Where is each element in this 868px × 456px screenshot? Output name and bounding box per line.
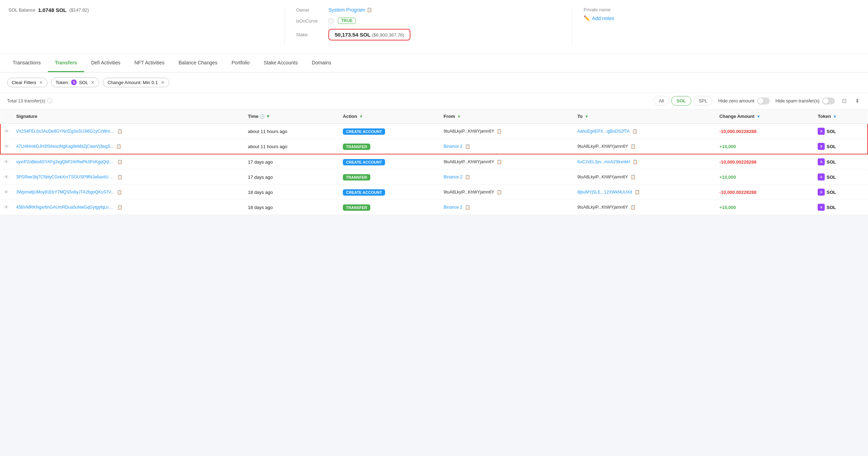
eye-icon[interactable]: 👁 (4, 204, 9, 210)
tab-domains[interactable]: Domains (305, 54, 338, 72)
eye-icon[interactable]: 👁 (4, 189, 9, 195)
token-col-filter-icon[interactable]: ▼ (833, 114, 837, 119)
sig-copy-icon[interactable]: 📋 (117, 159, 122, 164)
to-copy-icon[interactable]: 📋 (630, 144, 636, 149)
cell-time: 17 days ago (244, 154, 339, 170)
signature-link[interactable]: 3PGRee3bj7C5btyCGxkXrvTSGUSP9fNJa6aviiUG… (16, 175, 115, 179)
time-value: 17 days ago (248, 159, 273, 165)
signature-link[interactable]: Vx2S4FEL6x3AuDe8GYNcfZg3uSU3i6G1yCzWm5d.… (16, 129, 115, 134)
from-copy-icon[interactable]: 📋 (497, 159, 502, 164)
change-amount-x[interactable]: ✕ (161, 80, 165, 85)
all-btn[interactable]: All (654, 96, 669, 106)
tab-stake[interactable]: Stake Accounts (257, 54, 305, 72)
to-filter-icon[interactable]: ▼ (585, 114, 589, 119)
to-address: 9tuA8LkyiP...KhWYjamn6Y (577, 205, 628, 210)
cell-action: TRANSFER (339, 139, 440, 154)
from-copy-icon[interactable]: 📋 (465, 175, 470, 179)
to-address[interactable]: 8jbuMYjSLE...12XWkNUUXd (577, 190, 632, 195)
to-copy-icon[interactable]: 📋 (632, 129, 637, 134)
th-action[interactable]: Action ▼ (339, 109, 440, 124)
sig-copy-icon[interactable]: 📋 (116, 144, 121, 149)
change-amount-filter-icon[interactable]: ▼ (757, 114, 761, 119)
cell-token: S SOL (814, 124, 868, 139)
download-icon-btn[interactable]: ⬇ (854, 96, 861, 106)
th-from[interactable]: From ▼ (440, 109, 574, 124)
filter-icon-btn[interactable]: ⊡ (841, 96, 848, 106)
clear-filters-x[interactable]: ✕ (39, 80, 43, 85)
private-card: Private name ✏️ Add notes (572, 7, 860, 45)
sig-copy-icon[interactable]: 📋 (117, 175, 122, 179)
action-filter-icon[interactable]: ▼ (359, 114, 363, 119)
action-badge[interactable]: CREATE ACCOUNT (343, 189, 385, 196)
tab-nft[interactable]: NFT Activities (127, 54, 171, 72)
action-badge[interactable]: TRANSFER (343, 174, 370, 180)
signature-link[interactable]: 47LHiHmkDJH3f34sociNgKag9eMdZjCwwVj3wgS.… (16, 144, 114, 149)
hide-spam-toggle[interactable] (822, 97, 835, 104)
cell-from: Binance 2 📋 (440, 139, 574, 154)
th-change-amount[interactable]: Change Amount ▼ (716, 109, 814, 124)
to-address[interactable]: 6uC2xEL3yv...mnA2SkxnkH (577, 159, 630, 164)
sig-copy-icon[interactable]: 📋 (117, 190, 122, 195)
to-address[interactable]: AahuEgeEPX...qjBuDS2fTA (577, 129, 630, 134)
tab-transactions[interactable]: Transactions (6, 54, 48, 72)
change-amount-chip[interactable]: Change Amount: Min 0.1 ✕ (103, 78, 169, 87)
cell-time: 18 days ago (244, 200, 339, 215)
owner-copy-icon[interactable]: 📋 (367, 7, 372, 12)
transfers-table: Signature Time 🕒 ▼ Action ▼ (0, 109, 868, 215)
private-label: Private name (584, 7, 611, 12)
hide-zero-toggle[interactable] (757, 97, 770, 104)
th-time[interactable]: Time 🕒 ▼ (244, 109, 339, 124)
th-token[interactable]: Token ▼ (814, 109, 868, 124)
to-copy-icon[interactable]: 📋 (635, 190, 640, 195)
from-filter-icon[interactable]: ▼ (457, 114, 461, 119)
eye-icon[interactable]: 👁 (4, 144, 9, 149)
tab-portfolio[interactable]: Portfolio (225, 54, 257, 72)
eye-icon[interactable]: 👁 (4, 128, 9, 134)
action-badge[interactable]: CREATE ACCOUNT (343, 159, 385, 165)
eye-icon[interactable]: 👁 (4, 159, 9, 165)
from-address[interactable]: Binance 2 (444, 144, 462, 149)
eye-icon[interactable]: 👁 (4, 174, 9, 180)
cell-amount: -10,000.00228288 (716, 185, 814, 200)
cell-amount: -10,000.00228288 (716, 154, 814, 170)
signature-link[interactable]: 45BVMRKNgxr6nGAUmRDua5uNwGqGytgyfqLndx..… (16, 205, 115, 210)
from-copy-icon[interactable]: 📋 (465, 205, 470, 210)
add-notes-button[interactable]: ✏️ Add notes (584, 15, 614, 21)
sol-token-icon: S (818, 173, 825, 180)
cell-signature: vyxrP2oBkiu6SYAFg3xgQbP24rRwPk3PoKgqQrjt… (13, 154, 244, 170)
to-copy-icon[interactable]: 📋 (630, 205, 636, 210)
to-address: 9tuA8LkyiP...KhWYjamn6Y (577, 144, 628, 149)
sig-copy-icon[interactable]: 📋 (117, 205, 122, 210)
time-sort-icon[interactable]: ▼ (266, 114, 270, 119)
table-row: 👁 3WpmwtjUMoy91EbY7MQS5o6yJTA26gnQKsS7V.… (0, 185, 868, 200)
from-copy-icon[interactable]: 📋 (465, 144, 470, 149)
clear-filters-chip[interactable]: Clear Filters ✕ (7, 78, 48, 87)
from-address[interactable]: Binance 2 (444, 205, 462, 210)
token-filter-x[interactable]: ✕ (91, 80, 95, 85)
tab-transfers[interactable]: Transfers (48, 54, 84, 72)
spl-btn[interactable]: SPL (693, 96, 713, 106)
tab-balance[interactable]: Balance Changes (171, 54, 225, 72)
token-value: S SOL (818, 158, 864, 165)
signature-link[interactable]: vyxrP2oBkiu6SYAFg3xgQbP24rRwPk3PoKgqQrjt… (16, 159, 115, 164)
summary-info-icon[interactable]: i (47, 98, 52, 103)
to-copy-icon[interactable]: 📋 (633, 159, 638, 164)
owner-value[interactable]: System Program 📋 (328, 7, 372, 13)
th-to[interactable]: To ▼ (574, 109, 716, 124)
to-copy-icon[interactable]: 📋 (630, 175, 636, 179)
from-copy-icon[interactable]: 📋 (497, 190, 502, 195)
action-badge[interactable]: TRANSFER (343, 204, 370, 211)
from-address[interactable]: Binance 2 (444, 175, 462, 179)
cell-token: S SOL (814, 170, 868, 185)
token-filter-chip[interactable]: Token: S SOL ✕ (51, 77, 99, 87)
sol-btn[interactable]: SOL (671, 96, 691, 106)
signature-link[interactable]: 3WpmwtjUMoy91EbY7MQS5o6yJTA26gnQKsS7V... (16, 190, 114, 195)
action-badge[interactable]: CREATE ACCOUNT (343, 128, 385, 135)
sig-copy-icon[interactable]: 📋 (117, 129, 122, 134)
stake-label: Stake (296, 32, 324, 37)
action-badge[interactable]: TRANSFER (343, 144, 370, 150)
change-amount-value: +10,000 (719, 144, 736, 149)
tab-defi[interactable]: Defi Activities (84, 54, 127, 72)
from-copy-icon[interactable]: 📋 (497, 129, 502, 134)
cell-amount: +10,000 (716, 170, 814, 185)
